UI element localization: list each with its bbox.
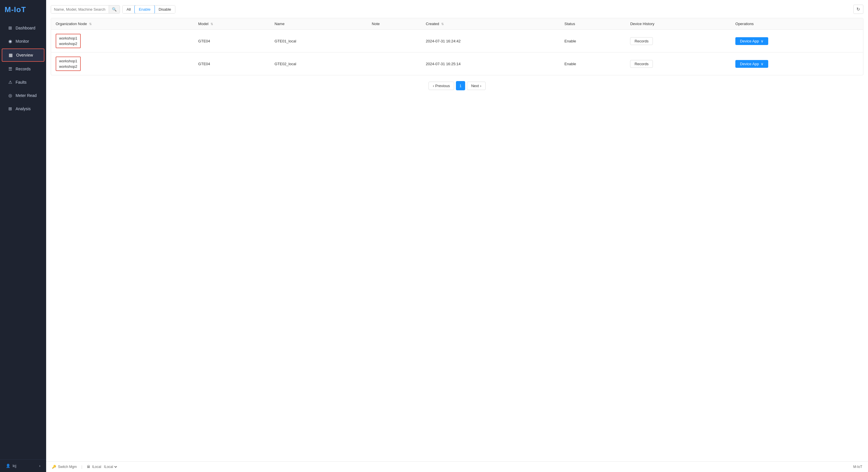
col-device-history: Device History xyxy=(625,18,731,30)
org-node-label: workshop1 xyxy=(59,36,77,40)
app-logo: M-IoT xyxy=(0,0,46,19)
model-sort-icon[interactable]: ⇅ xyxy=(211,22,213,26)
table-row: workshop1workshop2GTE04GTE01_local2024-0… xyxy=(51,30,863,53)
note-cell xyxy=(367,53,421,75)
name-cell: GTE02_local xyxy=(270,53,367,75)
sidebar-item-label: Overview xyxy=(16,53,33,57)
bottom-bar: 🔑 Switch Mgm | 🏛 lLocal lLocal M-IoT xyxy=(46,461,868,472)
sidebar-item-faults[interactable]: ⚠ Faults xyxy=(2,76,44,88)
filter-disable-button[interactable]: Disable xyxy=(155,5,175,13)
sidebar-item-monitor[interactable]: ◉ Monitor xyxy=(2,35,44,47)
sidebar: M-IoT ⊞ Dashboard ◉ Monitor ▦ Overview ☰… xyxy=(0,0,46,472)
table-row: workshop1workshop2GTE04GTE02_local2024-0… xyxy=(51,53,863,75)
next-button[interactable]: Next › xyxy=(467,82,486,90)
col-status: Status xyxy=(560,18,625,30)
previous-button[interactable]: ‹ Previous xyxy=(429,82,454,90)
sidebar-item-analysis[interactable]: ⊞ Analysis xyxy=(2,103,44,115)
col-note: Note xyxy=(367,18,421,30)
org-node-cell: workshop1workshop2 xyxy=(51,30,193,53)
user-section[interactable]: 👤 lcj xyxy=(6,464,16,468)
bottom-bar-left: 🔑 Switch Mgm | 🏛 lLocal lLocal xyxy=(52,465,118,469)
sidebar-item-label: Meter Read xyxy=(16,93,37,98)
sidebar-item-label: Records xyxy=(16,67,31,71)
filter-group: All Enable Disable xyxy=(122,5,175,13)
device-app-button[interactable]: Device App ∨ xyxy=(735,37,768,45)
chevron-down-icon: ∨ xyxy=(761,39,764,43)
device-history-cell: Records xyxy=(625,30,731,53)
col-operations: Operations xyxy=(731,18,863,30)
sidebar-item-label: Faults xyxy=(16,80,27,85)
created-sort-icon[interactable]: ⇅ xyxy=(441,22,444,26)
sidebar-item-label: Dashboard xyxy=(16,26,35,30)
model-cell: GTE04 xyxy=(193,30,270,53)
table-header-row: Organization Node ⇅ Model ⇅ Name Note xyxy=(51,18,863,30)
created-cell: 2024-07-31 16:24:42 xyxy=(421,30,560,53)
chevron-down-icon: ∨ xyxy=(761,62,764,66)
org-node-sort-icon[interactable]: ⇅ xyxy=(89,22,92,26)
dashboard-icon: ⊞ xyxy=(7,25,13,31)
toolbar: 🔍 All Enable Disable ↻ xyxy=(51,5,863,14)
meter-read-icon: ◎ xyxy=(7,93,13,98)
col-created: Created ⇅ xyxy=(421,18,560,30)
switch-mgm-item[interactable]: 🔑 Switch Mgm xyxy=(52,465,77,469)
status-cell: Enable xyxy=(560,53,625,75)
refresh-button[interactable]: ↻ xyxy=(853,5,863,14)
content-area: 🔍 All Enable Disable ↻ Organization Node… xyxy=(46,0,868,461)
filter-all-button[interactable]: All xyxy=(123,5,135,13)
pagination: ‹ Previous 1 Next › xyxy=(51,81,863,90)
created-cell: 2024-07-31 16:25:14 xyxy=(421,53,560,75)
sidebar-item-label: Monitor xyxy=(16,39,29,43)
sidebar-item-dashboard[interactable]: ⊞ Dashboard xyxy=(2,22,44,34)
bottom-app-name: M-IoT xyxy=(853,465,862,469)
col-org-node: Organization Node ⇅ xyxy=(51,18,193,30)
org-node-cell: workshop1workshop2 xyxy=(51,53,193,75)
main-content: 🔍 All Enable Disable ↻ Organization Node… xyxy=(46,0,868,472)
org-node-highlight-box: workshop1workshop2 xyxy=(56,57,81,71)
search-wrapper: 🔍 xyxy=(51,5,120,13)
ilocal-select[interactable]: lLocal xyxy=(103,465,118,469)
search-button[interactable]: 🔍 xyxy=(109,5,120,13)
sidebar-nav: ⊞ Dashboard ◉ Monitor ▦ Overview ☰ Recor… xyxy=(0,19,46,459)
sidebar-item-meter-read[interactable]: ◎ Meter Read xyxy=(2,89,44,101)
records-button[interactable]: Records xyxy=(630,60,653,68)
model-cell: GTE04 xyxy=(193,53,270,75)
name-cell: GTE01_local xyxy=(270,30,367,53)
col-model: Model ⇅ xyxy=(193,18,270,30)
chevron-left-icon: ‹ xyxy=(433,84,434,88)
overview-icon: ▦ xyxy=(8,53,13,58)
device-app-label: Device App xyxy=(740,39,759,43)
toolbar-left: 🔍 All Enable Disable xyxy=(51,5,175,13)
device-table: Organization Node ⇅ Model ⇅ Name Note xyxy=(51,18,863,75)
sidebar-expand-icon[interactable]: › xyxy=(39,464,40,468)
chevron-right-icon: › xyxy=(480,84,481,88)
org-node-highlight-box: workshop1workshop2 xyxy=(56,34,81,48)
org-node-label: workshop2 xyxy=(59,64,77,69)
analysis-icon: ⊞ xyxy=(7,106,13,111)
status-cell: Enable xyxy=(560,30,625,53)
username: lcj xyxy=(13,464,16,468)
sidebar-item-overview[interactable]: ▦ Overview xyxy=(2,49,44,62)
org-node-label: workshop1 xyxy=(59,59,77,63)
operations-cell: Device App ∨ xyxy=(731,30,863,53)
monitor-icon: ◉ xyxy=(7,39,13,44)
faults-icon: ⚠ xyxy=(7,80,13,85)
sidebar-footer: 👤 lcj › xyxy=(0,459,46,472)
records-button[interactable]: Records xyxy=(630,37,653,45)
building-icon: 🏛 xyxy=(87,465,90,469)
sidebar-item-records[interactable]: ☰ Records xyxy=(2,63,44,75)
operations-cell: Device App ∨ xyxy=(731,53,863,75)
sidebar-item-label: Analysis xyxy=(16,107,31,111)
key-icon: 🔑 xyxy=(52,465,56,469)
note-cell xyxy=(367,30,421,53)
user-icon: 👤 xyxy=(6,464,10,468)
org-node-label: workshop2 xyxy=(59,41,77,46)
filter-enable-button[interactable]: Enable xyxy=(134,5,155,13)
search-input[interactable] xyxy=(51,5,109,13)
col-name: Name xyxy=(270,18,367,30)
device-app-button[interactable]: Device App ∨ xyxy=(735,60,768,68)
ilocal-item: 🏛 lLocal lLocal xyxy=(87,465,118,469)
device-history-cell: Records xyxy=(625,53,731,75)
records-icon: ☰ xyxy=(7,66,13,71)
page-1-button[interactable]: 1 xyxy=(456,81,465,90)
device-app-label: Device App xyxy=(740,62,759,66)
